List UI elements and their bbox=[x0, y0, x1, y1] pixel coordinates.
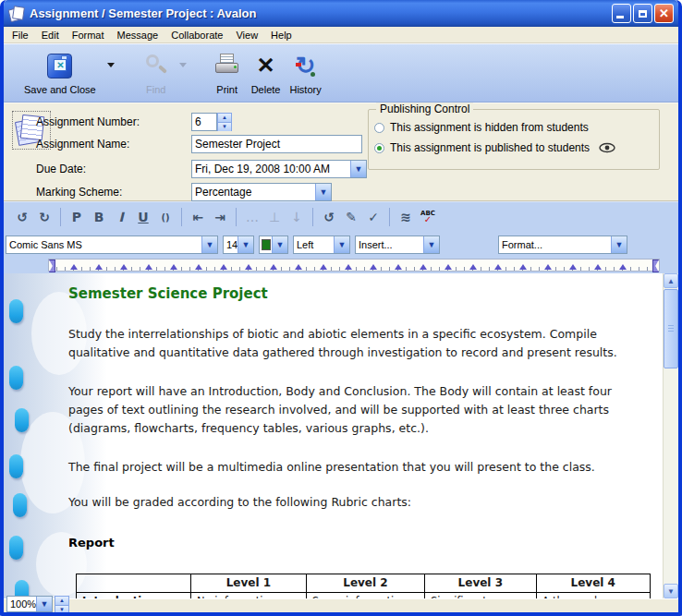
menu-help[interactable]: Help bbox=[264, 29, 298, 42]
table-header-row: Level 1 Level 2 Level 3 Level 4 bbox=[77, 574, 651, 592]
format-combo[interactable]: Format... ▼ bbox=[498, 236, 627, 254]
right-indent-marker[interactable] bbox=[652, 260, 659, 272]
menu-format[interactable]: Format bbox=[66, 29, 111, 42]
ruler-bar bbox=[4, 258, 678, 273]
published-radio[interactable] bbox=[374, 143, 384, 153]
signature-icon[interactable]: ≋ bbox=[396, 207, 416, 227]
font-size-combo[interactable]: 14 ▼ bbox=[223, 236, 254, 254]
quotes-icon[interactable]: () bbox=[155, 207, 176, 227]
spellcheck-icon[interactable]: ABC ✓ bbox=[418, 207, 438, 227]
print-button[interactable]: Print bbox=[214, 50, 240, 95]
assignment-number-field[interactable]: 6 bbox=[191, 113, 217, 131]
marking-scheme-dropdown-button[interactable]: ▼ bbox=[315, 184, 331, 200]
menu-edit[interactable]: Edit bbox=[35, 29, 66, 42]
menubar: File Edit Format Message Collaborate Vie… bbox=[4, 27, 678, 43]
insert-dropdown-button[interactable]: ▼ bbox=[423, 236, 439, 253]
header-cell-level3: Level 3 bbox=[425, 574, 537, 592]
header-cell-level4: Level 4 bbox=[536, 574, 650, 592]
font-size-dropdown-button[interactable]: ▼ bbox=[237, 236, 253, 253]
alignment-dropdown-button[interactable]: ▼ bbox=[334, 236, 349, 253]
paragraph-2: Your report will have an Introduction, B… bbox=[68, 382, 632, 438]
publishing-control-group: Publishing Control This assignment is hi… bbox=[368, 109, 660, 170]
scrollbar-thumb[interactable] bbox=[664, 289, 678, 368]
save-dropdown-arrow[interactable] bbox=[107, 63, 115, 71]
zoom-stepper[interactable]: ▲▼ bbox=[55, 596, 69, 612]
zoom-level-combo[interactable]: 100% ▼ bbox=[6, 596, 53, 612]
report-section-heading: Report bbox=[68, 534, 651, 553]
font-color-dropdown-button[interactable]: ▼ bbox=[272, 236, 287, 253]
history-button[interactable]: ↻ History bbox=[289, 50, 321, 95]
scroll-up-button[interactable]: ▲ bbox=[664, 273, 678, 288]
maximize-button[interactable] bbox=[633, 4, 652, 23]
delete-icon: ✕ bbox=[257, 54, 275, 77]
assignment-name-field[interactable]: Semester Project bbox=[191, 135, 362, 153]
delete-button[interactable]: ✕ Delete bbox=[251, 50, 281, 95]
scroll-down-button[interactable]: ▼ bbox=[664, 584, 678, 598]
baseline-icon: ⊥ bbox=[264, 207, 285, 227]
cell-level2: Some information given as to what to exp… bbox=[306, 592, 424, 598]
find-dropdown-arrow bbox=[179, 63, 187, 71]
menu-file[interactable]: File bbox=[6, 29, 35, 42]
vertical-scrollbar[interactable]: ▲ ▼ bbox=[663, 273, 678, 598]
eye-icon bbox=[599, 142, 615, 153]
assignment-number-stepper[interactable]: ▲▼ bbox=[217, 113, 232, 131]
assignment-window-icon bbox=[8, 6, 25, 22]
history-icon: ↻ bbox=[293, 53, 319, 79]
font-bar: Comic Sans MS ▼ 14 ▼ ▼ Left ▼ Insert... … bbox=[4, 232, 678, 258]
cell-level4: A thorough introduction shows that the w… bbox=[536, 592, 650, 598]
published-option-row[interactable]: This assignment is published to students bbox=[374, 141, 615, 154]
zoom-dropdown-button[interactable]: ▼ bbox=[36, 597, 52, 611]
left-indent-marker[interactable] bbox=[49, 260, 55, 272]
due-date-combo[interactable]: Fri, Dec 19, 2008 10:00 AM ▼ bbox=[191, 160, 367, 178]
underline-icon[interactable]: U bbox=[133, 207, 153, 227]
paragraph-3: The final project will be a multimedia o… bbox=[68, 458, 643, 477]
bold-icon[interactable]: B bbox=[89, 207, 109, 227]
font-name-combo[interactable]: Comic Sans MS ▼ bbox=[6, 236, 218, 254]
rubric-table: Level 1 Level 2 Level 3 Level 4 Introduc… bbox=[76, 574, 651, 598]
move-down-icon: ↓ bbox=[286, 207, 307, 227]
pen-icon[interactable]: ✎ bbox=[341, 207, 361, 227]
menu-view[interactable]: View bbox=[229, 29, 264, 42]
search-icon bbox=[144, 54, 168, 78]
cell-level3: Significant information given reader is … bbox=[425, 592, 537, 598]
italic-icon[interactable]: I bbox=[111, 207, 131, 227]
marking-scheme-combo[interactable]: Percentage ▼ bbox=[191, 183, 332, 201]
assignment-form-panel: Assignment Number: 6 ▲▼ Assignment Name:… bbox=[4, 103, 678, 201]
insert-combo[interactable]: Insert... ▼ bbox=[355, 236, 440, 254]
printer-icon bbox=[214, 54, 240, 78]
undo-icon[interactable]: ↺ bbox=[12, 207, 32, 227]
hidden-radio[interactable] bbox=[374, 123, 384, 133]
color-swatch bbox=[262, 239, 271, 250]
main-toolbar: ✕ Save and Close Find Print ✕ Delete ↻ H… bbox=[4, 43, 678, 103]
approve-icon[interactable]: ✓ bbox=[363, 207, 384, 227]
indent-icon[interactable]: ⇥ bbox=[210, 207, 230, 227]
font-name-dropdown-button[interactable]: ▼ bbox=[201, 236, 217, 253]
cell-level1: No information given as to what to expec… bbox=[191, 592, 307, 598]
plain-text-icon[interactable]: P bbox=[67, 207, 87, 227]
alignment-combo[interactable]: Left ▼ bbox=[293, 236, 350, 254]
assignment-number-label: Assignment Number: bbox=[36, 115, 191, 128]
row-header-introduction: Introduction bbox=[77, 592, 191, 598]
formatting-toolbar: ↺ ↻ P B I U () ⇤ ⇥ … ⊥ ↓ ↺ ✎ ✓ ≋ ABC ✓ bbox=[4, 201, 678, 232]
redo-icon[interactable]: ↻ bbox=[34, 207, 55, 227]
table-row: Introduction No information given as to … bbox=[77, 592, 651, 598]
revert-icon[interactable]: ↺ bbox=[319, 207, 339, 227]
hidden-option-row[interactable]: This assignment is hidden from students bbox=[374, 121, 589, 134]
format-dropdown-button[interactable]: ▼ bbox=[611, 236, 627, 253]
save-and-close-button[interactable]: ✕ Save and Close bbox=[24, 50, 96, 95]
due-date-dropdown-button[interactable]: ▼ bbox=[350, 161, 366, 177]
menu-collaborate[interactable]: Collaborate bbox=[164, 29, 229, 42]
dotted-rule-icon: … bbox=[242, 207, 262, 227]
ruler[interactable] bbox=[48, 259, 660, 272]
assignment-window: Assignment / Semester Project : Avalon ✕… bbox=[0, 0, 682, 616]
document-content[interactable]: Semester Science Project Study the inter… bbox=[68, 273, 651, 598]
outdent-icon[interactable]: ⇤ bbox=[188, 207, 208, 227]
document-area[interactable]: Semester Science Project Study the inter… bbox=[4, 273, 678, 598]
paragraph-4: You will be graded according to the foll… bbox=[68, 493, 651, 512]
close-button[interactable]: ✕ bbox=[654, 4, 674, 23]
paragraph-1: Study the interrelationships of biotic a… bbox=[68, 325, 643, 362]
menu-message[interactable]: Message bbox=[111, 29, 165, 42]
document-heading: Semester Science Project bbox=[68, 283, 651, 305]
minimize-button[interactable] bbox=[612, 4, 631, 23]
font-color-combo[interactable]: ▼ bbox=[259, 236, 288, 254]
